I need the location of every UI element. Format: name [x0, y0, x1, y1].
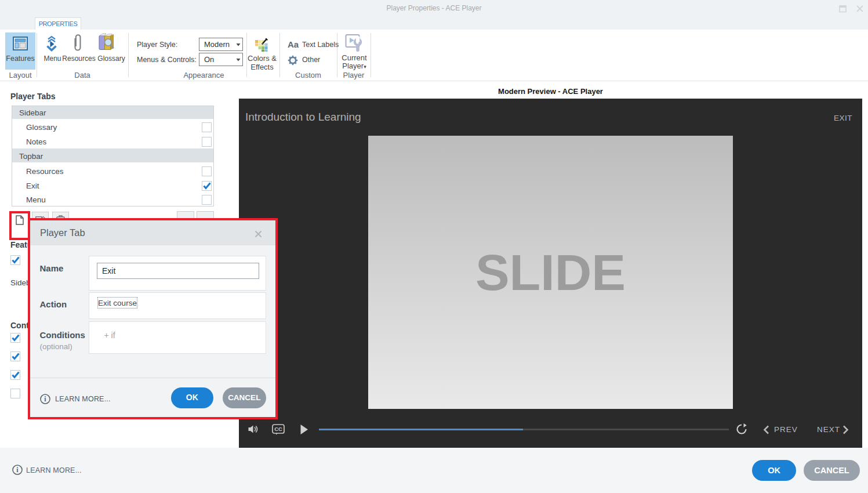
svg-text:i: i	[16, 466, 19, 474]
svg-text:CC: CC	[274, 426, 282, 432]
svg-text:i: i	[44, 395, 46, 403]
